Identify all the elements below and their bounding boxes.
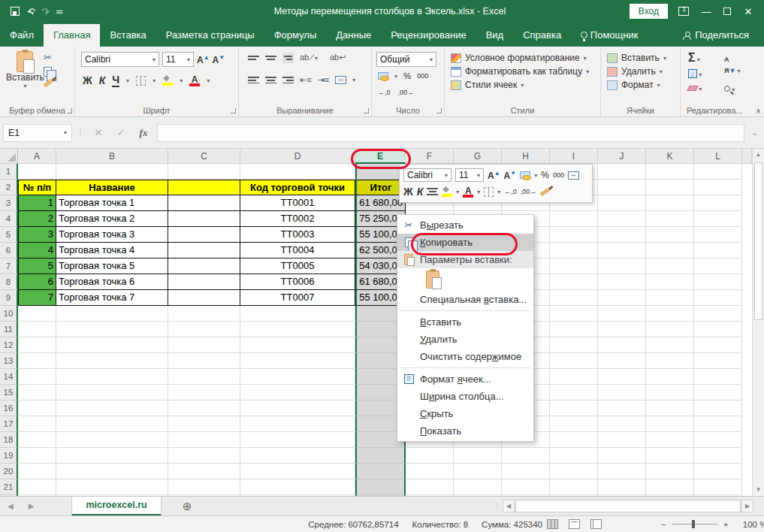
fill-color-icon[interactable] xyxy=(162,75,173,86)
cell-J17[interactable] xyxy=(598,416,646,432)
decrease-font-icon[interactable]: A▼ xyxy=(213,54,225,65)
minimize-button[interactable]: — xyxy=(699,6,713,17)
cell-I19[interactable] xyxy=(550,448,598,464)
row-header-2[interactable]: 2 xyxy=(0,180,18,195)
cell-J14[interactable] xyxy=(598,369,646,385)
cell-L2[interactable] xyxy=(694,180,742,195)
cell-C19[interactable] xyxy=(168,448,240,464)
column-header-J[interactable]: J xyxy=(598,149,646,164)
cell-B11[interactable] xyxy=(56,322,168,337)
cell-D21[interactable] xyxy=(240,479,355,495)
cell-B19[interactable] xyxy=(56,448,168,464)
insert-cells-button[interactable]: Вставить▾ xyxy=(607,53,666,63)
cell-K14[interactable] xyxy=(646,369,694,385)
cell-D11[interactable] xyxy=(240,322,355,337)
alignment-dialog-launcher-icon[interactable] xyxy=(364,108,369,113)
zoom-out-icon[interactable]: − xyxy=(661,520,666,529)
cell-I21[interactable] xyxy=(550,479,598,495)
tab-помощник[interactable]: Помощник xyxy=(571,24,648,47)
select-all-corner[interactable] xyxy=(0,149,18,164)
cell-B9[interactable]: Торговая точка 7 xyxy=(56,290,168,306)
customize-qat-icon[interactable]: ≂ xyxy=(56,7,64,17)
collapse-ribbon-icon[interactable]: ∧ xyxy=(756,107,761,115)
copy-icon[interactable] xyxy=(44,67,52,77)
cell-B7[interactable]: Торговая точка 5 xyxy=(56,258,168,274)
cell-D12[interactable] xyxy=(240,337,355,353)
menu-item-delete[interactable]: Удалить xyxy=(397,331,533,348)
cell-I6[interactable] xyxy=(550,243,598,258)
paste-button[interactable]: Вставить ▾ xyxy=(6,51,44,89)
cell-G21[interactable] xyxy=(454,479,502,495)
scroll-down-icon[interactable]: ▼ xyxy=(753,484,764,496)
orientation-icon[interactable]: ab⟋▾ xyxy=(300,53,318,62)
cell-L21[interactable] xyxy=(694,479,742,495)
cell-B6[interactable]: Торговая точка 4 xyxy=(56,243,168,258)
scroll-left-icon[interactable]: ◀ xyxy=(503,500,515,512)
page-break-view-icon[interactable] xyxy=(590,519,602,529)
cell-D1[interactable] xyxy=(240,164,355,180)
cell-A3[interactable]: 1 xyxy=(18,195,56,211)
cell-L15[interactable] xyxy=(694,385,742,401)
cell-A18[interactable] xyxy=(18,432,56,448)
cell-C8[interactable] xyxy=(168,274,240,290)
insert-function-icon[interactable]: fx xyxy=(134,127,152,139)
cell-D2[interactable]: Код торговой точки xyxy=(240,180,355,195)
cell-L14[interactable] xyxy=(694,369,742,385)
cell-B15[interactable] xyxy=(56,385,168,401)
cell-A14[interactable] xyxy=(18,369,56,385)
cell-K3[interactable] xyxy=(646,195,694,211)
cell-J20[interactable] xyxy=(598,464,646,479)
cell-K17[interactable] xyxy=(646,416,694,432)
mini-italic-icon[interactable]: К xyxy=(417,186,424,198)
column-header-H[interactable]: H xyxy=(502,149,550,164)
mini-percent-icon[interactable]: % xyxy=(541,171,549,180)
cell-L17[interactable] xyxy=(694,416,742,432)
cell-D15[interactable] xyxy=(240,385,355,401)
tab-формулы[interactable]: Формулы xyxy=(264,24,327,47)
cell-F19[interactable] xyxy=(406,448,454,464)
cell-J12[interactable] xyxy=(598,337,646,353)
zoom-slider[interactable] xyxy=(672,524,717,524)
mini-font-size-combo[interactable]: 11▾ xyxy=(455,168,484,182)
cell-C4[interactable] xyxy=(168,211,240,227)
cell-J3[interactable] xyxy=(598,195,646,211)
cell-L6[interactable] xyxy=(694,243,742,258)
increase-decimal-icon[interactable]: ←,0 xyxy=(378,89,391,96)
cell-A6[interactable]: 4 xyxy=(18,243,56,258)
cell-J9[interactable] xyxy=(598,290,646,306)
cell-H21[interactable] xyxy=(502,479,550,495)
cell-K5[interactable] xyxy=(646,227,694,243)
cell-I10[interactable] xyxy=(550,306,598,322)
mini-font-name-combo[interactable]: Calibri▾ xyxy=(403,168,451,182)
cell-A11[interactable] xyxy=(18,322,56,337)
row-header-11[interactable]: 11 xyxy=(0,322,18,337)
align-bottom-icon[interactable] xyxy=(282,53,294,63)
font-size-combo[interactable]: 11▾ xyxy=(162,52,194,67)
cell-L13[interactable] xyxy=(694,353,742,369)
sort-filter-button[interactable]: АЯ▼ ▾ xyxy=(724,53,741,75)
cell-A13[interactable] xyxy=(18,353,56,369)
cell-D3[interactable]: ТТ0001 xyxy=(240,195,355,211)
row-header-6[interactable]: 6 xyxy=(0,243,18,258)
cell-A12[interactable] xyxy=(18,337,56,353)
cell-K10[interactable] xyxy=(646,306,694,322)
cell-C10[interactable] xyxy=(168,306,240,322)
cell-B8[interactable]: Торговая точка 6 xyxy=(56,274,168,290)
cell-C18[interactable] xyxy=(168,432,240,448)
cell-B18[interactable] xyxy=(56,432,168,448)
cell-J15[interactable] xyxy=(598,385,646,401)
menu-item-clear-contents[interactable]: Очистить содержимое xyxy=(397,348,533,365)
menu-item-unhide[interactable]: Показать xyxy=(397,422,533,440)
cell-D4[interactable]: ТТ0002 xyxy=(240,211,355,227)
column-header-I[interactable]: I xyxy=(550,149,598,164)
row-header-12[interactable]: 12 xyxy=(0,337,18,353)
zoom-slider-handle[interactable] xyxy=(692,520,695,528)
cell-A4[interactable]: 2 xyxy=(18,211,56,227)
cell-A2[interactable]: № п/п xyxy=(18,180,56,195)
cell-B13[interactable] xyxy=(56,353,168,369)
cut-icon[interactable]: ✂ xyxy=(44,53,53,62)
cell-L16[interactable] xyxy=(694,401,742,416)
cell-A8[interactable]: 6 xyxy=(18,274,56,290)
align-top-icon[interactable] xyxy=(248,54,259,62)
clipboard-paste-icon[interactable] xyxy=(426,271,439,289)
